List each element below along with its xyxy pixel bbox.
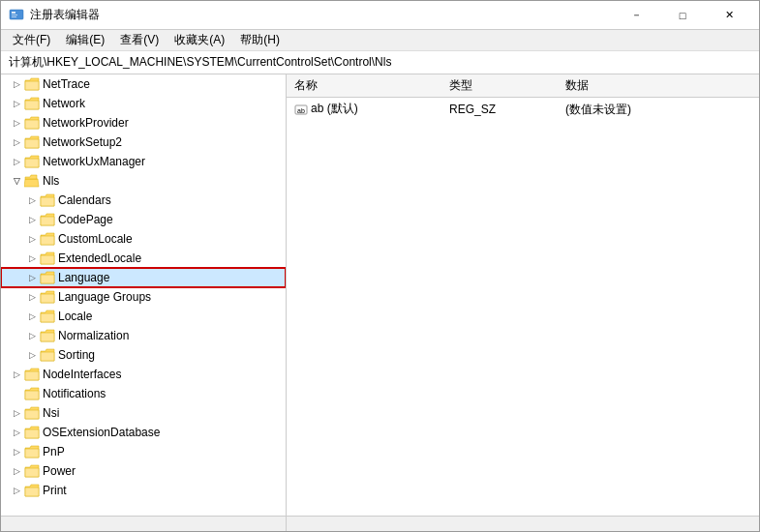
- maximize-button[interactable]: □: [660, 1, 705, 30]
- tree-label-osextdatabase: OSExtensionDatabase: [43, 426, 160, 439]
- values-table: 名称 类型 数据 ab ab (默认) REG_SZ: [287, 74, 759, 122]
- expand-icon-normalization[interactable]: ▷: [24, 328, 40, 343]
- folder-icon: [24, 77, 40, 91]
- tree-label-network: Network: [43, 97, 85, 110]
- tree-label-networksetup2: NetworkSetup2: [43, 135, 122, 149]
- folder-icon: [40, 290, 55, 304]
- tree-pane[interactable]: ▷ NetTrace ▷ Network ▷ NetworkP: [1, 74, 287, 516]
- tree-label-codepage: CodePage: [58, 213, 113, 226]
- tree-item-nettrace[interactable]: ▷ NetTrace: [1, 74, 286, 94]
- svg-rect-2: [12, 15, 17, 15]
- tree-item-osextdatabase[interactable]: ▷ OSExtensionDatabase: [1, 423, 286, 442]
- tree-item-print[interactable]: ▷ Print: [1, 481, 286, 500]
- tree-label-calendars: Calendars: [58, 193, 111, 207]
- tree-item-languagegroups[interactable]: ▷ Language Groups: [1, 287, 286, 307]
- tree-item-extendedlocale[interactable]: ▷ ExtendedLocale: [1, 249, 286, 268]
- tree-item-notifications[interactable]: ▷ Notifications: [1, 384, 286, 403]
- title-bar-left: 注册表编辑器: [9, 7, 100, 23]
- expand-icon-osextdatabase[interactable]: ▷: [9, 425, 24, 440]
- folder-icon: [24, 135, 40, 149]
- folder-icon: [24, 445, 40, 458]
- folder-icon: [40, 213, 55, 226]
- app-icon: [9, 8, 24, 23]
- col-name: 名称: [287, 74, 441, 98]
- expand-icon-codepage[interactable]: ▷: [24, 212, 40, 227]
- expand-icon-network[interactable]: ▷: [9, 96, 24, 111]
- tree-item-power[interactable]: ▷ Power: [1, 461, 286, 481]
- tree-item-nodeinterfaces[interactable]: ▷ NodeInterfaces: [1, 365, 286, 384]
- tree-label-networkuxmanager: NetworkUxManager: [43, 155, 145, 168]
- tree-item-calendars[interactable]: ▷ Calendars: [1, 191, 286, 210]
- tree-label-nsi: Nsi: [43, 406, 59, 420]
- expand-icon-networksetup2[interactable]: ▷: [9, 134, 24, 150]
- folder-icon: [24, 97, 40, 110]
- menu-help[interactable]: 帮助(H): [232, 30, 288, 50]
- menu-view[interactable]: 查看(V): [112, 30, 167, 50]
- expand-icon-nsi[interactable]: ▷: [9, 405, 24, 421]
- folder-icon: [40, 348, 55, 362]
- tree-label-nodeinterfaces: NodeInterfaces: [43, 368, 121, 381]
- menu-favorites[interactable]: 收藏夹(A): [167, 30, 232, 50]
- expand-icon-customlocale[interactable]: ▷: [24, 231, 40, 247]
- col-type: 类型: [441, 74, 558, 98]
- tree-label-locale: Locale: [58, 310, 92, 323]
- address-text: 计算机\HKEY_LOCAL_MACHINE\SYSTEM\CurrentCon…: [9, 54, 391, 71]
- folder-icon: [40, 271, 55, 284]
- expand-icon-sorting[interactable]: ▷: [24, 347, 40, 363]
- tree-item-customlocale[interactable]: ▷ CustomLocale: [1, 229, 286, 249]
- tree-item-language[interactable]: ▷ Language: [1, 268, 286, 287]
- window-title: 注册表编辑器: [30, 7, 100, 23]
- expand-icon-locale[interactable]: ▷: [24, 309, 40, 324]
- tree-item-network[interactable]: ▷ Network: [1, 94, 286, 113]
- tree-item-sorting[interactable]: ▷ Sorting: [1, 345, 286, 365]
- value-pane: 名称 类型 数据 ab ab (默认) REG_SZ: [287, 74, 759, 516]
- expand-icon-calendars[interactable]: ▷: [24, 192, 40, 208]
- tree-label-pnp: PnP: [43, 445, 65, 458]
- right-hscroll[interactable]: [287, 517, 759, 531]
- tree-label-networkprovider: NetworkProvider: [43, 116, 129, 130]
- tree-label-languagegroups: Language Groups: [58, 290, 151, 304]
- tree-item-pnp[interactable]: ▷ PnP: [1, 442, 286, 461]
- expand-icon-pnp[interactable]: ▷: [9, 444, 24, 459]
- table-row[interactable]: ab ab (默认) REG_SZ (数值未设置): [287, 98, 759, 122]
- expand-icon-languagegroups[interactable]: ▷: [24, 289, 40, 305]
- tree-label-print: Print: [43, 484, 67, 497]
- tree-label-normalization: Normalization: [58, 329, 129, 342]
- expand-icon-networkuxmanager[interactable]: ▷: [9, 154, 24, 169]
- folder-icon: [24, 426, 40, 439]
- expand-icon-print[interactable]: ▷: [9, 483, 24, 498]
- expand-icon-power[interactable]: ▷: [9, 463, 24, 479]
- tree-item-networkuxmanager[interactable]: ▷ NetworkUxManager: [1, 152, 286, 171]
- col-data: 数据: [558, 74, 759, 98]
- title-buttons: － □ ✕: [614, 1, 751, 30]
- folder-icon: [40, 193, 55, 207]
- menu-bar: 文件(F) 编辑(E) 查看(V) 收藏夹(A) 帮助(H): [1, 30, 759, 51]
- tree-item-normalization[interactable]: ▷ Normalization: [1, 326, 286, 345]
- tree-item-locale[interactable]: ▷ Locale: [1, 307, 286, 326]
- folder-icon: [40, 329, 55, 342]
- expand-icon-language[interactable]: ▷: [24, 270, 40, 285]
- expand-icon-extendedlocale[interactable]: ▷: [24, 251, 40, 266]
- expand-icon-nettrace[interactable]: ▷: [9, 76, 24, 92]
- menu-edit[interactable]: 编辑(E): [58, 30, 112, 50]
- tree-item-nls[interactable]: ▽ Nls: [1, 171, 286, 191]
- menu-file[interactable]: 文件(F): [5, 30, 58, 50]
- tree-item-nsi[interactable]: ▷ Nsi: [1, 403, 286, 423]
- tree-item-codepage[interactable]: ▷ CodePage: [1, 210, 286, 229]
- folder-icon: [40, 232, 55, 246]
- window: 注册表编辑器 － □ ✕ 文件(F) 编辑(E) 查看(V) 收藏夹(A) 帮助…: [0, 0, 760, 532]
- folder-icon: [24, 406, 40, 420]
- value-name: ab ab (默认): [287, 98, 441, 122]
- close-button[interactable]: ✕: [707, 1, 751, 30]
- expand-icon-nls[interactable]: ▽: [9, 173, 24, 189]
- minimize-button[interactable]: －: [614, 1, 658, 30]
- address-bar: 计算机\HKEY_LOCAL_MACHINE\SYSTEM\CurrentCon…: [1, 51, 759, 74]
- folder-icon-open: [24, 174, 40, 188]
- tree-item-networkprovider[interactable]: ▷ NetworkProvider: [1, 113, 286, 133]
- expand-icon-nodeinterfaces[interactable]: ▷: [9, 367, 24, 382]
- value-data: (数值未设置): [558, 98, 759, 122]
- tree-item-networksetup2[interactable]: ▷ NetworkSetup2: [1, 133, 286, 152]
- expand-icon-networkprovider[interactable]: ▷: [9, 115, 24, 131]
- left-hscroll[interactable]: [1, 517, 287, 531]
- tree-label-nettrace: NetTrace: [43, 77, 90, 91]
